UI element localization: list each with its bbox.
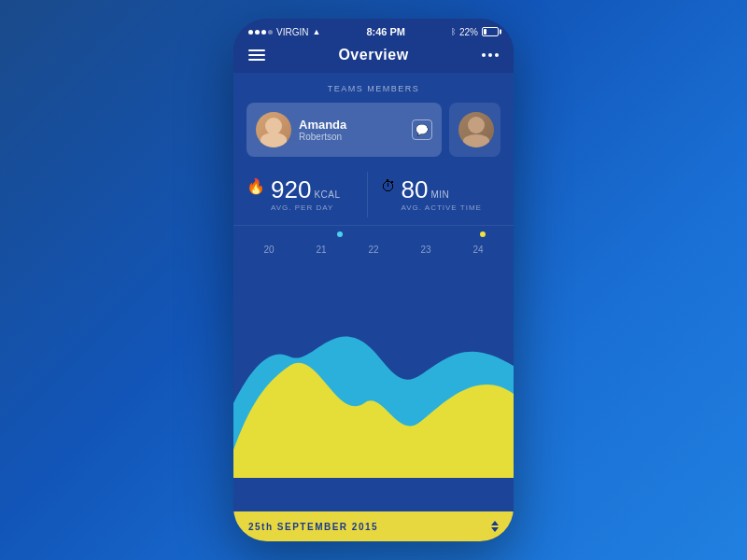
signal-dot-1 [248, 30, 253, 35]
chart-dot-yellow [480, 231, 486, 237]
hamburger-line-3 [248, 59, 265, 61]
member-first-name-amanda: Amanda [299, 118, 404, 132]
hamburger-line-1 [248, 49, 265, 51]
x-label-3: 23 [420, 245, 430, 255]
battery-icon [482, 27, 499, 36]
status-bar: VIRGIN ▲ 8:46 PM ᛒ 22% [233, 19, 514, 41]
signal-dot-4 [268, 30, 273, 35]
avatar-james [458, 112, 494, 147]
main-content: TEAMS MEMBERS Amanda Robertson Ja [233, 73, 514, 541]
teams-label: TEAMS MEMBERS [247, 84, 500, 93]
wifi-icon: ▲ [312, 27, 320, 36]
more-dot-2 [488, 53, 492, 57]
chart-area [233, 291, 514, 478]
x-label-2: 22 [368, 245, 378, 255]
teams-section: TEAMS MEMBERS Amanda Robertson Ja [233, 73, 514, 164]
member-info-amanda: Amanda Robertson [299, 118, 404, 142]
battery-fill [484, 29, 486, 35]
stat-label-time: AVG. ACTIVE TIME [402, 203, 482, 212]
stat-value-row-time: 80 MIN [402, 177, 482, 202]
stat-body-time: 80 MIN AVG. ACTIVE TIME [402, 177, 482, 212]
chart-dot-blue [337, 231, 343, 237]
page-title: Overview [338, 47, 408, 63]
stat-body-calories: 920 KCAL AVG. PER DAY [271, 177, 341, 212]
message-button-amanda[interactable] [412, 119, 432, 140]
phone-frame: VIRGIN ▲ 8:46 PM ᛒ 22% Overview TEAMS [233, 19, 514, 541]
stat-unit-calories: KCAL [314, 189, 340, 200]
members-row: Amanda Robertson Ja Mi [247, 103, 500, 157]
stat-unit-time: MIN [430, 189, 449, 200]
more-dot-3 [495, 53, 499, 57]
flame-icon: 🔥 [247, 179, 265, 194]
stat-value-row-calories: 920 KCAL [271, 177, 341, 202]
timer-icon: ⏱ [381, 179, 396, 194]
stat-calories: 🔥 920 KCAL AVG. PER DAY [247, 172, 367, 217]
x-label-0: 20 [263, 245, 274, 255]
footer-date: 25th SEPTEMBER 2015 [248, 522, 378, 532]
header: Overview [233, 41, 514, 73]
status-left: VIRGIN ▲ [248, 27, 320, 37]
clock: 8:46 PM [366, 26, 405, 37]
chart-indicators [233, 226, 514, 243]
stat-number-calories: 920 [271, 177, 311, 202]
chart-x-labels: 20 21 22 23 24 [233, 243, 514, 257]
footer-arrows[interactable] [491, 521, 499, 532]
signal-dot-2 [255, 30, 260, 35]
member-card-amanda[interactable]: Amanda Robertson [247, 103, 442, 157]
bluetooth-icon: ᛒ [451, 27, 456, 36]
stats-section: 🔥 920 KCAL AVG. PER DAY ⏱ 80 MIN AVG. [233, 164, 514, 226]
member-card-james[interactable]: Ja Mi [449, 103, 500, 157]
arrow-up-icon [491, 521, 499, 525]
stat-time: ⏱ 80 MIN AVG. ACTIVE TIME [367, 172, 501, 217]
signal-dot-3 [261, 30, 266, 35]
chart-section: 20 21 22 23 24 [233, 226, 514, 511]
carrier-label: VIRGIN [276, 27, 308, 37]
x-label-4: 24 [472, 245, 483, 255]
hamburger-line-2 [248, 54, 265, 56]
avatar-amanda [256, 112, 291, 147]
more-dot-1 [482, 53, 486, 57]
battery-pct: 22% [459, 27, 478, 37]
member-last-name-amanda: Robertson [299, 132, 404, 142]
footer[interactable]: 25th SEPTEMBER 2015 [233, 511, 514, 541]
stat-label-calories: AVG. PER DAY [271, 203, 341, 212]
arrow-down-icon [491, 527, 499, 532]
signal-dots [248, 30, 273, 35]
chart-svg [233, 291, 514, 478]
status-right: ᛒ 22% [451, 27, 499, 37]
menu-button[interactable] [248, 49, 265, 61]
stat-number-time: 80 [402, 177, 429, 202]
x-label-1: 21 [316, 245, 326, 255]
more-button[interactable] [482, 53, 499, 57]
